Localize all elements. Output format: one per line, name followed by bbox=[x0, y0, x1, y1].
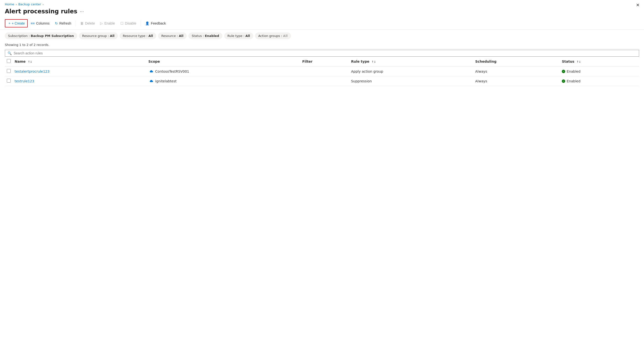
status-sort-icon[interactable]: ↑↓ bbox=[576, 60, 581, 63]
enable-label: Enable bbox=[104, 21, 115, 25]
search-input[interactable] bbox=[14, 51, 636, 55]
status-dot-1: ✓ bbox=[562, 79, 565, 83]
rule-type-sort-icon[interactable]: ↑↓ bbox=[372, 60, 376, 63]
table-row: testalertprocrule123 ContosoTestRSV001 A… bbox=[5, 66, 639, 76]
feedback-icon: 👤 bbox=[145, 21, 149, 25]
row-filter-1 bbox=[300, 76, 349, 86]
filter-val-0: Backup PM Subscription bbox=[31, 34, 74, 38]
row-name-0[interactable]: testalertprocrule123 bbox=[13, 66, 146, 76]
scope-text-1: ignitelabtest bbox=[155, 79, 176, 83]
refresh-button[interactable]: ↻ Refresh bbox=[52, 20, 74, 27]
header-filter: Filter bbox=[300, 57, 349, 66]
header-status-label: Status bbox=[562, 59, 574, 63]
row-scheduling-0: Always bbox=[473, 66, 560, 76]
header-scheduling-label: Scheduling bbox=[475, 59, 496, 63]
disable-label: Disable bbox=[125, 21, 136, 25]
filter-pill-3[interactable]: Resource : All bbox=[158, 32, 186, 39]
cloud-icon-0 bbox=[148, 69, 153, 73]
breadcrumb-sep-1: › bbox=[16, 3, 17, 6]
status-text-1: Enabled bbox=[567, 79, 580, 83]
header-scope-label: Scope bbox=[148, 59, 160, 63]
delete-button[interactable]: 🗑 Delete bbox=[78, 20, 97, 27]
plus-icon: ＋ bbox=[8, 21, 11, 25]
close-button[interactable]: ✕ bbox=[636, 3, 640, 7]
filter-val-3: All bbox=[179, 34, 183, 38]
breadcrumb-home[interactable]: Home bbox=[5, 2, 14, 6]
header-filter-label: Filter bbox=[302, 59, 312, 63]
filter-pill-6: Action groups : All bbox=[255, 32, 291, 39]
row-name-link-0[interactable]: testalertprocrule123 bbox=[14, 69, 50, 73]
page-more-button[interactable]: ··· bbox=[80, 9, 84, 14]
row-scope-0: ContosoTestRSV001 bbox=[146, 66, 300, 76]
toolbar-separator-1 bbox=[76, 20, 76, 26]
create-button[interactable]: ＋ + Create bbox=[5, 19, 28, 27]
disable-icon: ☐ bbox=[120, 21, 124, 25]
records-count: Showing 1 to 2 of 2 records. bbox=[5, 43, 49, 47]
filter-key-2: Resource type : bbox=[123, 34, 148, 38]
filter-val-1: All bbox=[110, 34, 114, 38]
row-rule-type-0: Apply action group bbox=[349, 66, 473, 76]
search-box: 🔍 bbox=[5, 50, 639, 57]
records-info: Showing 1 to 2 of 2 records. bbox=[0, 42, 644, 49]
row-status-1: ✓ Enabled bbox=[560, 76, 639, 86]
page-header: Alert processing rules ··· bbox=[0, 7, 644, 18]
feedback-button[interactable]: 👤 Feedback bbox=[143, 20, 168, 27]
filter-val-5: All bbox=[246, 34, 250, 38]
header-checkbox-cell bbox=[5, 57, 13, 66]
feedback-label: Feedback bbox=[151, 21, 166, 25]
delete-icon: 🗑 bbox=[80, 21, 84, 25]
name-sort-icon[interactable]: ↑↓ bbox=[28, 60, 32, 63]
row-rule-type-1: Suppression bbox=[349, 76, 473, 86]
header-name: Name ↑↓ bbox=[13, 57, 146, 66]
filter-pill-1[interactable]: Resource group : All bbox=[79, 32, 118, 39]
filter-key-5: Rule type : bbox=[228, 34, 244, 38]
create-label: + Create bbox=[12, 21, 25, 25]
filter-pill-4[interactable]: Status : Enabled bbox=[188, 32, 222, 39]
row-filter-0 bbox=[300, 66, 349, 76]
filter-val-6: All bbox=[283, 34, 288, 38]
select-all-checkbox[interactable] bbox=[7, 59, 11, 63]
rules-table: Name ↑↓ Scope Filter Rule type ↑↓ Schedu bbox=[5, 57, 639, 86]
scope-text-0: ContosoTestRSV001 bbox=[155, 69, 189, 73]
header-name-label: Name bbox=[14, 59, 26, 63]
columns-label: Columns bbox=[36, 21, 49, 25]
filter-pill-0[interactable]: Subscription : Backup PM Subscription bbox=[5, 32, 77, 39]
filter-val-2: All bbox=[148, 34, 153, 38]
row-checkbox-cell bbox=[5, 66, 13, 76]
filter-val-4: Enabled bbox=[205, 34, 219, 38]
page-title: Alert processing rules bbox=[5, 8, 77, 15]
cloud-icon-1 bbox=[148, 79, 153, 83]
table-container: Name ↑↓ Scope Filter Rule type ↑↓ Schedu bbox=[0, 57, 644, 86]
header-rule-type-label: Rule type bbox=[351, 59, 369, 63]
filter-key-0: Subscription : bbox=[8, 34, 30, 38]
status-text-0: Enabled bbox=[567, 69, 580, 73]
row-checkbox-1[interactable] bbox=[7, 79, 11, 83]
row-scope-1: ignitelabtest bbox=[146, 76, 300, 86]
delete-label: Delete bbox=[85, 21, 95, 25]
status-dot-0: ✓ bbox=[562, 70, 565, 73]
filter-key-1: Resource group : bbox=[82, 34, 109, 38]
filter-key-4: Status : bbox=[192, 34, 204, 38]
enable-button[interactable]: ▷ Enable bbox=[98, 20, 118, 27]
columns-button[interactable]: ≡≡ Columns bbox=[28, 20, 52, 27]
toolbar: ＋ + Create ≡≡ Columns ↻ Refresh 🗑 Delete… bbox=[0, 18, 644, 30]
page-container: Home › Backup center › Alert processing … bbox=[0, 0, 644, 345]
table-header-row: Name ↑↓ Scope Filter Rule type ↑↓ Schedu bbox=[5, 57, 639, 66]
filter-key-3: Resource : bbox=[161, 34, 178, 38]
header-scope: Scope bbox=[146, 57, 300, 66]
disable-button[interactable]: ☐ Disable bbox=[118, 20, 139, 27]
row-name-1[interactable]: testrule123 bbox=[13, 76, 146, 86]
filter-bar: Subscription : Backup PM SubscriptionRes… bbox=[0, 30, 644, 42]
header-status: Status ↑↓ bbox=[560, 57, 639, 66]
refresh-icon: ↻ bbox=[55, 21, 58, 25]
row-scheduling-1: Always bbox=[473, 76, 560, 86]
filter-pill-5[interactable]: Rule type : All bbox=[224, 32, 253, 39]
search-icon: 🔍 bbox=[8, 51, 12, 55]
breadcrumb-sep-2: › bbox=[42, 3, 44, 6]
filter-pill-2[interactable]: Resource type : All bbox=[120, 32, 156, 39]
breadcrumb-parent[interactable]: Backup center bbox=[18, 2, 41, 6]
row-checkbox-0[interactable] bbox=[7, 69, 11, 73]
row-status-0: ✓ Enabled bbox=[560, 66, 639, 76]
header-rule-type: Rule type ↑↓ bbox=[349, 57, 473, 66]
row-name-link-1[interactable]: testrule123 bbox=[14, 79, 34, 83]
